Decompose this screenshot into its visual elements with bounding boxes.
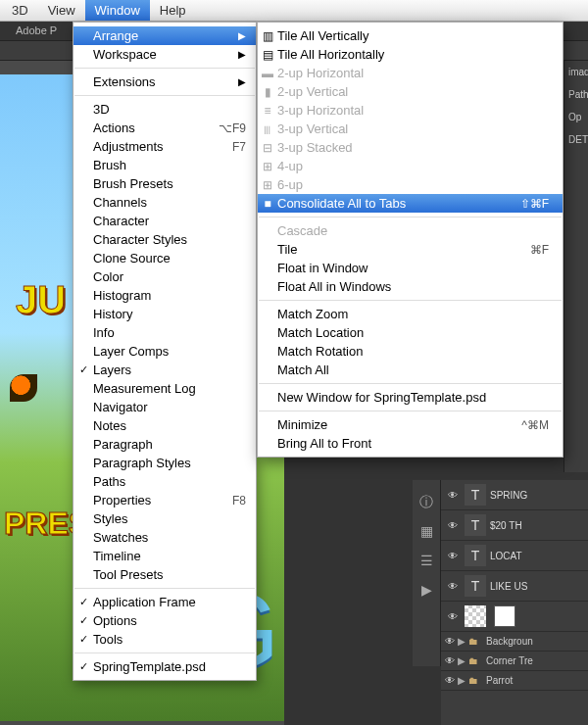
panel-tab[interactable]: Paths bbox=[564, 83, 588, 106]
menu-item-springtemplate-psd[interactable]: ✓SpringTemplate.psd bbox=[74, 657, 256, 676]
submenu-item-consolidate-all-to-tabs[interactable]: ■Consolidate All to Tabs⇧⌘F bbox=[258, 194, 563, 213]
submenu-item-minimize[interactable]: Minimize^⌘M bbox=[258, 415, 563, 434]
menu-view[interactable]: View bbox=[38, 0, 85, 21]
panel-tab[interactable]: DET bbox=[564, 128, 588, 151]
panel-icon[interactable]: ▦ bbox=[418, 523, 434, 539]
visibility-icon[interactable]: 👁 bbox=[445, 655, 455, 666]
menu-item-brush[interactable]: Brush bbox=[74, 156, 256, 174]
menu-label: Info bbox=[93, 325, 115, 340]
menu-3d[interactable]: 3D bbox=[2, 0, 38, 21]
submenu-label: 2-up Horizontal bbox=[277, 66, 364, 80]
menu-item-clone-source[interactable]: Clone Source bbox=[74, 249, 256, 267]
submenu-item-float-all-in-windows[interactable]: Float All in Windows bbox=[258, 277, 563, 296]
menu-item-actions[interactable]: Actions⌥F9 bbox=[74, 119, 256, 137]
menu-item-swatches[interactable]: Swatches bbox=[74, 528, 256, 547]
layer-row[interactable]: 👁TLOCAT bbox=[441, 541, 588, 571]
right-panel-tabs[interactable]: imade Paths Op DET bbox=[564, 61, 588, 472]
menu-item-properties[interactable]: PropertiesF8 bbox=[74, 491, 256, 509]
visibility-icon[interactable]: 👁 bbox=[445, 675, 455, 686]
window-menu-dropdown[interactable]: Arrange▶Workspace▶Extensions▶3DActions⌥F… bbox=[73, 22, 257, 681]
menu-item-workspace[interactable]: Workspace▶ bbox=[74, 45, 256, 64]
layout-icon: ▥ bbox=[260, 29, 275, 43]
submenu-item-match-rotation[interactable]: Match Rotation bbox=[258, 342, 563, 361]
menu-item-extensions[interactable]: Extensions▶ bbox=[74, 72, 256, 91]
menu-label: Layers bbox=[93, 362, 131, 377]
menu-item-tools[interactable]: ✓Tools bbox=[74, 630, 256, 649]
menu-item-navigator[interactable]: Navigator bbox=[74, 398, 256, 416]
submenu-item-match-location[interactable]: Match Location bbox=[258, 323, 563, 342]
layer-row[interactable]: 👁TLIKE US bbox=[441, 571, 588, 602]
submenu-item-match-zoom[interactable]: Match Zoom bbox=[258, 305, 563, 323]
menu-item-options[interactable]: ✓Options bbox=[74, 611, 256, 630]
menu-item-history[interactable]: History bbox=[74, 305, 256, 323]
menu-item-layers[interactable]: ✓Layers bbox=[74, 361, 256, 379]
menu-item-timeline[interactable]: Timeline bbox=[74, 547, 256, 565]
submenu-item-new-window-for-springtemplate-psd[interactable]: New Window for SpringTemplate.psd bbox=[258, 388, 563, 407]
disclosure-triangle-icon[interactable]: ▶ bbox=[455, 675, 468, 686]
menu-item-adjustments[interactable]: AdjustmentsF7 bbox=[74, 137, 256, 156]
submenu-item-tile-all-horizontally[interactable]: ▤Tile All Horizontally bbox=[258, 45, 563, 64]
submenu-item-match-all[interactable]: Match All bbox=[258, 361, 563, 379]
menu-item-measurement-log[interactable]: Measurement Log bbox=[74, 379, 256, 398]
layer-row[interactable]: 👁TSPRING bbox=[441, 480, 588, 510]
layer-row[interactable]: 👁 bbox=[441, 602, 588, 632]
submenu-item-2-up-horizontal: ▬2-up Horizontal bbox=[258, 64, 563, 82]
shortcut-label: F7 bbox=[232, 140, 246, 154]
disclosure-triangle-icon[interactable]: ▶ bbox=[455, 636, 468, 647]
menu-window[interactable]: Window bbox=[85, 0, 150, 21]
panel-tab[interactable]: imade bbox=[564, 61, 588, 83]
menu-item-application-frame[interactable]: ✓Application Frame bbox=[74, 593, 256, 611]
visibility-icon[interactable]: 👁 bbox=[445, 611, 461, 622]
folder-icon: 🖿 bbox=[468, 655, 482, 666]
menu-item-arrange[interactable]: Arrange▶ bbox=[74, 26, 256, 45]
visibility-icon[interactable]: 👁 bbox=[445, 581, 461, 592]
submenu-label: Match Rotation bbox=[277, 344, 363, 359]
layer-group[interactable]: 👁▶🖿Backgroun bbox=[441, 632, 588, 652]
menu-item-notes[interactable]: Notes bbox=[74, 416, 256, 435]
play-icon[interactable]: ▶ bbox=[418, 582, 434, 598]
menu-item-paths[interactable]: Paths bbox=[74, 472, 256, 491]
menu-item-tool-presets[interactable]: Tool Presets bbox=[74, 565, 256, 584]
arrange-submenu[interactable]: ▥Tile All Vertically▤Tile All Horizontal… bbox=[257, 22, 564, 458]
info-icon[interactable]: ⓘ bbox=[418, 494, 434, 509]
visibility-icon[interactable]: 👁 bbox=[445, 490, 461, 501]
menu-label: Color bbox=[93, 269, 123, 284]
menu-item-layer-comps[interactable]: Layer Comps bbox=[74, 342, 256, 361]
visibility-icon[interactable]: 👁 bbox=[445, 520, 461, 531]
menu-separator bbox=[74, 68, 255, 69]
submenu-item-6-up: ⊞6-up bbox=[258, 175, 563, 194]
layers-panel[interactable]: ⓘ ▦ ☰ ▶ 👁TSPRING👁T$20 TH👁TLOCAT👁TLIKE US… bbox=[441, 480, 588, 725]
layer-group[interactable]: 👁▶🖿Parrot bbox=[441, 671, 588, 691]
layer-row[interactable]: 👁T$20 TH bbox=[441, 510, 588, 541]
submenu-label: 6-up bbox=[277, 177, 303, 192]
menu-item-styles[interactable]: Styles bbox=[74, 509, 256, 528]
submenu-item-bring-all-to-front[interactable]: Bring All to Front bbox=[258, 434, 563, 453]
submenu-label: Match Zoom bbox=[277, 307, 348, 321]
layer-name: LIKE US bbox=[490, 581, 584, 592]
menu-item-character-styles[interactable]: Character Styles bbox=[74, 230, 256, 249]
menu-item-info[interactable]: Info bbox=[74, 323, 256, 342]
menu-item-brush-presets[interactable]: Brush Presets bbox=[74, 174, 256, 193]
menu-item-character[interactable]: Character bbox=[74, 212, 256, 230]
visibility-icon[interactable]: 👁 bbox=[445, 636, 455, 647]
panel-tab[interactable]: Op bbox=[564, 106, 588, 128]
menu-help[interactable]: Help bbox=[150, 0, 196, 21]
menu-item-color[interactable]: Color bbox=[74, 267, 256, 286]
disclosure-triangle-icon[interactable]: ▶ bbox=[455, 655, 468, 666]
submenu-item-tile-all-vertically[interactable]: ▥Tile All Vertically bbox=[258, 26, 563, 45]
visibility-icon[interactable]: 👁 bbox=[445, 551, 461, 561]
layer-group[interactable]: 👁▶🖿Corner Tre bbox=[441, 652, 588, 671]
menu-item-paragraph[interactable]: Paragraph bbox=[74, 435, 256, 454]
menu-item-histogram[interactable]: Histogram bbox=[74, 286, 256, 305]
submenu-item-4-up: ⊞4-up bbox=[258, 157, 563, 175]
layout-icon: ▬ bbox=[260, 67, 275, 80]
menu-label: SpringTemplate.psd bbox=[93, 659, 206, 674]
submenu-item-tile[interactable]: Tile⌘F bbox=[258, 240, 563, 259]
swatches-icon[interactable]: ☰ bbox=[418, 553, 434, 568]
menu-item-channels[interactable]: Channels bbox=[74, 193, 256, 212]
menu-label: Clone Source bbox=[93, 251, 171, 266]
menu-item-paragraph-styles[interactable]: Paragraph Styles bbox=[74, 454, 256, 472]
menu-item-3d[interactable]: 3D bbox=[74, 100, 256, 119]
submenu-item-float-in-window[interactable]: Float in Window bbox=[258, 259, 563, 277]
group-name: Parrot bbox=[486, 675, 513, 686]
